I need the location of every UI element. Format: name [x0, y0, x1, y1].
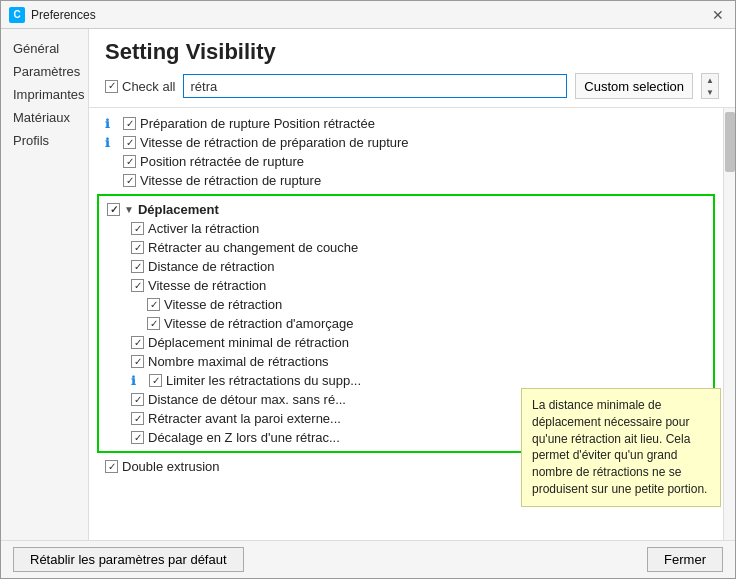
setting-checkbox[interactable]: [105, 460, 118, 473]
sidebar: Général Paramètres Imprimantes Matériaux…: [1, 29, 89, 540]
list-item: Vitesse de rétraction: [99, 276, 713, 295]
spinner-up-arrow[interactable]: ▲: [702, 74, 718, 86]
scrollbar-thumb[interactable]: [725, 112, 735, 172]
group-checkbox[interactable]: [107, 203, 120, 216]
setting-checkbox[interactable]: [149, 374, 162, 387]
close-dialog-button[interactable]: Fermer: [647, 547, 723, 572]
custom-selection-button[interactable]: Custom selection: [575, 73, 693, 99]
list-item: ℹ Vitesse de rétraction de rupture: [89, 171, 723, 190]
reset-defaults-button[interactable]: Rétablir les paramètres par défaut: [13, 547, 244, 572]
sidebar-item-parametres[interactable]: Paramètres: [1, 60, 88, 83]
info-icon: ℹ: [131, 374, 145, 388]
sidebar-item-materiaux[interactable]: Matériaux: [1, 106, 88, 129]
titlebar: C Preferences ✕: [1, 1, 735, 29]
main-header: Setting Visibility Check all Custom sele…: [89, 29, 735, 108]
group-below-label: Double extrusion: [122, 459, 220, 474]
list-item: Activer la rétraction: [99, 219, 713, 238]
close-button[interactable]: ✕: [709, 6, 727, 24]
app-icon: C: [9, 7, 25, 23]
setting-checkbox[interactable]: [123, 155, 136, 168]
main-content-row: ℹ Préparation de rupture Position rétrac…: [89, 108, 735, 540]
page-title: Setting Visibility: [105, 39, 719, 65]
window-title: Preferences: [31, 8, 96, 22]
bottom-bar: Rétablir les paramètres par défaut Ferme…: [1, 540, 735, 578]
spinner-down-arrow[interactable]: ▼: [702, 86, 718, 98]
group-arrow-icon: ▼: [124, 204, 134, 215]
setting-checkbox[interactable]: [147, 317, 160, 330]
info-icon: ℹ: [105, 136, 119, 150]
setting-checkbox[interactable]: [131, 355, 144, 368]
spinner-button[interactable]: ▲ ▼: [701, 73, 719, 99]
content-area: Général Paramètres Imprimantes Matériaux…: [1, 29, 735, 540]
setting-checkbox[interactable]: [131, 431, 144, 444]
sidebar-item-profils[interactable]: Profils: [1, 129, 88, 152]
list-item: Rétracter au changement de couche: [99, 238, 713, 257]
list-item: Vitesse de rétraction d'amorçage: [99, 314, 713, 333]
setting-checkbox[interactable]: [131, 241, 144, 254]
tooltip: La distance minimale de déplacement néce…: [521, 388, 721, 507]
titlebar-left: C Preferences: [9, 7, 96, 23]
check-all-label[interactable]: Check all: [105, 79, 175, 94]
setting-checkbox[interactable]: [123, 117, 136, 130]
list-item: Vitesse de rétraction: [99, 295, 713, 314]
list-item: ℹ Vitesse de rétraction de préparation d…: [89, 133, 723, 152]
list-item: Nombre maximal de rétractions: [99, 352, 713, 371]
setting-checkbox[interactable]: [131, 279, 144, 292]
setting-checkbox[interactable]: [131, 222, 144, 235]
scrollbar-track[interactable]: [723, 108, 735, 540]
list-item: ℹ Préparation de rupture Position rétrac…: [89, 114, 723, 133]
setting-checkbox[interactable]: [131, 336, 144, 349]
setting-checkbox[interactable]: [123, 174, 136, 187]
setting-checkbox[interactable]: [131, 412, 144, 425]
setting-checkbox[interactable]: [147, 298, 160, 311]
search-row: Check all Custom selection ▲ ▼: [105, 73, 719, 99]
preferences-window: C Preferences ✕ Général Paramètres Impri…: [0, 0, 736, 579]
setting-checkbox[interactable]: [131, 260, 144, 273]
setting-checkbox[interactable]: [131, 393, 144, 406]
group-name: Déplacement: [138, 202, 219, 217]
setting-checkbox[interactable]: [123, 136, 136, 149]
group-header-deplacement: ▼ Déplacement: [99, 200, 713, 219]
list-item: Distance de rétraction: [99, 257, 713, 276]
list-item: Déplacement minimal de rétraction: [99, 333, 713, 352]
sidebar-item-imprimantes[interactable]: Imprimantes: [1, 83, 88, 106]
sidebar-item-general[interactable]: Général: [1, 37, 88, 60]
info-icon: ℹ: [105, 117, 119, 131]
search-input[interactable]: [183, 74, 567, 98]
check-all-checkbox[interactable]: [105, 80, 118, 93]
list-item: ℹ Position rétractée de rupture: [89, 152, 723, 171]
main-panel: Setting Visibility Check all Custom sele…: [89, 29, 735, 540]
